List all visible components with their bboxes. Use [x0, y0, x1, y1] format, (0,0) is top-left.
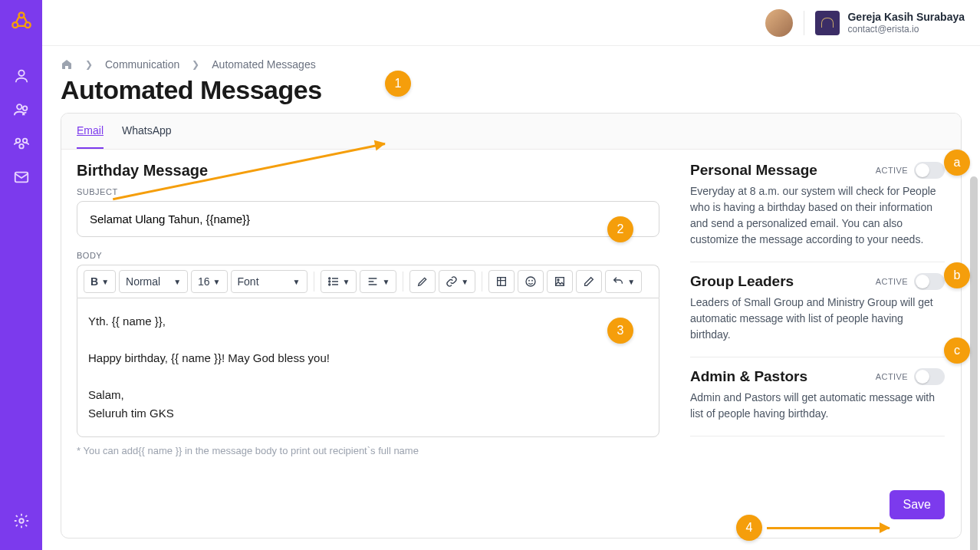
pencil-icon	[416, 275, 429, 288]
toolbar-style-select[interactable]: Normal ▼	[119, 270, 188, 293]
toolbar-size-select[interactable]: 16▼	[191, 270, 227, 293]
svg-point-3	[18, 71, 24, 76]
tab-email[interactable]: Email	[77, 124, 104, 149]
active-label: ACTIVE	[876, 372, 908, 381]
org-block[interactable]: Gereja Kasih Surabaya contact@erista.io	[815, 11, 965, 35]
annotation-marker-4: 4	[736, 515, 762, 541]
divider	[804, 11, 804, 35]
group-leaders-toggle[interactable]	[914, 273, 945, 290]
sidebar-item-groups[interactable]	[8, 130, 35, 157]
toolbar-font-select[interactable]: Font ▼	[231, 270, 307, 293]
toolbar-list-ul-button[interactable]: ▼	[321, 270, 357, 293]
group-leaders-title: Group Leaders	[690, 273, 794, 290]
subject-input[interactable]	[77, 201, 659, 237]
org-name: Gereja Kasih Surabaya	[847, 11, 965, 24]
annotation-marker-1: 1	[385, 71, 411, 97]
sidebar-item-mail[interactable]	[8, 163, 35, 191]
app-logo-icon	[11, 11, 32, 38]
svg-point-12	[328, 281, 330, 282]
breadcrumb-item[interactable]: Communication	[105, 58, 179, 71]
toolbar-table-button[interactable]	[488, 270, 515, 293]
image-icon	[554, 275, 566, 288]
body-label: BODY	[77, 251, 659, 260]
personal-message-title: Personal Message	[690, 162, 817, 179]
toolbar-link-button[interactable]: ▼	[439, 270, 475, 293]
toolbar-image-button[interactable]	[547, 270, 573, 293]
active-label: ACTIVE	[876, 166, 908, 175]
admin-pastors-toggle[interactable]	[914, 368, 945, 385]
sidebar-item-people[interactable]	[8, 96, 35, 124]
org-logo-icon	[815, 11, 840, 35]
svg-point-17	[532, 280, 533, 281]
toolbar-bold-button[interactable]: B ▼	[84, 270, 116, 293]
section-title: Birthday Message	[77, 162, 659, 179]
svg-point-1	[12, 22, 18, 28]
svg-point-4	[17, 104, 21, 109]
chevron-right-icon: ❯	[192, 59, 199, 70]
toolbar-pencil-button[interactable]	[409, 270, 436, 293]
sidebar-item-person[interactable]	[8, 62, 35, 90]
chevron-right-icon: ❯	[85, 59, 93, 70]
tab-whatsapp[interactable]: WhatsApp	[122, 124, 172, 149]
annotation-marker-a: a	[944, 150, 970, 176]
group-leaders-desc: Leaders of Small Group and Ministry Grou…	[690, 295, 945, 343]
eraser-icon	[583, 275, 595, 288]
admin-pastors-title: Admin & Pastors	[690, 368, 807, 385]
svg-point-13	[328, 284, 330, 285]
content: ❯ Communication ❯ Automated Messages Aut…	[42, 46, 980, 550]
annotation-marker-c: c	[944, 338, 970, 364]
left-column: Birthday Message SUBJECT BODY B ▼ Normal…	[77, 162, 659, 519]
right-column: Personal Message ACTIVE Everyday at 8 a.…	[684, 162, 945, 519]
svg-rect-14	[498, 278, 506, 286]
user-avatar[interactable]	[765, 9, 793, 37]
page-title: Automated Messages	[61, 75, 962, 105]
tabs: Email WhatsApp	[61, 114, 961, 150]
toolbar-undo-button[interactable]: ▼	[605, 270, 642, 293]
svg-point-11	[328, 278, 330, 279]
home-icon[interactable]	[61, 58, 73, 71]
svg-point-5	[22, 106, 27, 110]
active-label: ACTIVE	[876, 277, 908, 286]
card: Email WhatsApp Birthday Message SUBJECT …	[61, 113, 962, 538]
svg-point-2	[25, 22, 30, 28]
undo-icon	[612, 275, 624, 288]
svg-point-8	[19, 144, 24, 149]
link-icon	[446, 275, 458, 288]
sidebar-item-settings[interactable]	[8, 507, 35, 535]
editor-body[interactable]: Yth. {{ name }}, Happy birthday, {{ name…	[77, 298, 659, 437]
breadcrumb-item[interactable]: Automated Messages	[212, 58, 315, 71]
editor-hint: * You can add{{ name }} in the message b…	[77, 445, 659, 456]
sidebar	[0, 0, 42, 550]
annotation-arrow-4	[767, 527, 890, 529]
emoji-icon	[525, 275, 537, 288]
svg-point-6	[15, 139, 20, 143]
main: Gereja Kasih Surabaya contact@erista.io …	[42, 0, 980, 550]
toolbar-eraser-button[interactable]	[576, 270, 602, 293]
toolbar-emoji-button[interactable]	[518, 270, 544, 293]
annotation-marker-3: 3	[607, 318, 633, 344]
svg-point-16	[529, 280, 530, 281]
svg-point-10	[19, 519, 24, 523]
personal-message-toggle[interactable]	[914, 162, 945, 179]
svg-point-19	[557, 279, 559, 281]
org-email: contact@erista.io	[847, 24, 965, 35]
bold-icon: B	[90, 275, 98, 288]
list-icon	[327, 275, 340, 288]
personal-message-desc: Everyday at 8 a.m. our system will check…	[690, 183, 945, 248]
toolbar-align-button[interactable]: ▼	[360, 270, 396, 293]
save-button[interactable]: Save	[890, 490, 945, 519]
admin-pastors-desc: Admin and Pastors will get automatic mes…	[690, 390, 945, 422]
scrollbar[interactable]	[970, 176, 978, 550]
svg-point-15	[526, 277, 535, 286]
annotation-marker-2: 2	[607, 216, 633, 242]
annotation-marker-b: b	[944, 262, 970, 288]
align-icon	[367, 275, 379, 288]
table-icon	[495, 275, 508, 288]
editor-toolbar: B ▼ Normal ▼ 16▼ Font ▼ ▼ ▼ ▼	[77, 265, 659, 298]
breadcrumb: ❯ Communication ❯ Automated Messages	[61, 58, 962, 71]
topbar: Gereja Kasih Surabaya contact@erista.io	[42, 0, 980, 46]
svg-rect-18	[556, 278, 564, 286]
svg-point-0	[18, 12, 24, 18]
